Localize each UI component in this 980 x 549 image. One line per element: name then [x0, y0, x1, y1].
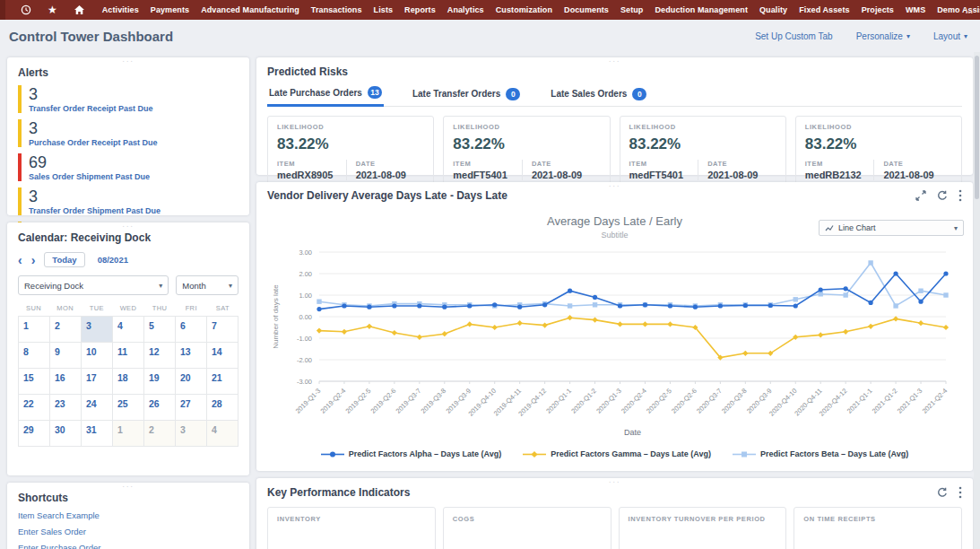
- calendar-day-4[interactable]: 4: [113, 317, 144, 343]
- alert-link[interactable]: Purchase Order Receipt Past Due: [29, 138, 238, 147]
- shortcut-item-search-example[interactable]: Item Search Example: [18, 510, 238, 520]
- set-up-custom-tab-link[interactable]: Set Up Custom Tab: [755, 31, 833, 41]
- nav-item-projects[interactable]: Projects: [862, 5, 894, 14]
- nav-item-transactions[interactable]: Transactions: [311, 5, 362, 14]
- calendar-day-24[interactable]: 24: [82, 395, 113, 421]
- risk-tabs: Late Purchase Orders 13 Late Transfer Or…: [267, 84, 962, 107]
- calendar-day-18[interactable]: 18: [113, 369, 144, 395]
- calendar-day-21[interactable]: 21: [207, 369, 238, 395]
- calendar-day-2-next-month[interactable]: 2: [144, 421, 176, 447]
- nav-item-fixed-assets[interactable]: Fixed Assets: [799, 5, 849, 14]
- nav-item-quality[interactable]: Quality: [759, 5, 787, 14]
- nav-item-activities[interactable]: Activities: [102, 5, 139, 14]
- calendar-day-26[interactable]: 26: [144, 395, 176, 421]
- drag-handle-icon[interactable]: ⋅⋅⋅: [122, 484, 134, 491]
- predicted-risk-card[interactable]: LIKELIHOOD 83.22% ITEMmedFT5401 DATE2021…: [443, 116, 610, 188]
- predicted-risk-card[interactable]: LIKELIHOOD 83.22% ITEMmedRX8905 DATE2021…: [267, 116, 434, 188]
- calendar-day-5[interactable]: 5: [144, 317, 176, 343]
- kebab-menu-icon[interactable]: [958, 189, 962, 202]
- calendar-day-13[interactable]: 13: [176, 343, 207, 369]
- nav-item-documents[interactable]: Documents: [564, 5, 609, 14]
- alert-link[interactable]: Sales Order Shipment Past Due: [29, 172, 238, 181]
- calendar-day-14[interactable]: 14: [207, 343, 238, 369]
- expand-icon[interactable]: [915, 190, 926, 201]
- alert-link[interactable]: Transfer Order Receipt Past Due: [29, 104, 238, 113]
- calendar-day-12[interactable]: 12: [144, 343, 176, 369]
- nav-more-menu[interactable]: ...: [957, 5, 973, 15]
- calendar-day-27[interactable]: 27: [176, 395, 207, 421]
- calendar-day-22[interactable]: 22: [19, 395, 50, 421]
- calendar-day-9[interactable]: 9: [50, 343, 82, 369]
- calendar-day-29[interactable]: 29: [19, 421, 50, 447]
- calendar-day-6[interactable]: 6: [176, 317, 207, 343]
- calendar-day-10[interactable]: 10: [82, 343, 113, 369]
- calendar-day-28[interactable]: 28: [207, 395, 238, 421]
- tab-late-transfer-orders[interactable]: Late Transfer Orders 0: [411, 84, 522, 107]
- calendar-day-31[interactable]: 31: [82, 421, 113, 447]
- tab-late-sales-orders[interactable]: Late Sales Orders 0: [549, 84, 648, 107]
- nav-item-lists[interactable]: Lists: [374, 5, 394, 14]
- calendar-day-19[interactable]: 19: [144, 369, 176, 395]
- kpi-cards: INVENTORYCOGSINVENTORY TURNOVER PER PERI…: [267, 507, 962, 549]
- predicted-risk-card[interactable]: LIKELIHOOD 83.22% ITEMmedFT5401 DATE2021…: [620, 116, 786, 188]
- personalize-menu[interactable]: Personalize▾: [856, 31, 910, 41]
- nav-item-customization[interactable]: Customization: [496, 5, 552, 14]
- drag-handle-icon[interactable]: ⋅⋅⋅: [122, 223, 134, 231]
- shortcut-enter-sales-order[interactable]: Enter Sales Order: [18, 527, 238, 536]
- calendar-day-3-next-month[interactable]: 3: [176, 421, 207, 447]
- nav-item-setup[interactable]: Setup: [620, 5, 644, 14]
- shortcuts-star-icon[interactable]: ★: [48, 4, 57, 15]
- shortcut-enter-purchase-order[interactable]: Enter Purchase Order: [18, 543, 238, 549]
- calendar-day-30[interactable]: 30: [50, 421, 82, 447]
- calendar-day-1-next-month[interactable]: 1: [113, 421, 144, 447]
- drag-handle-icon[interactable]: ⋅⋅⋅: [609, 479, 621, 486]
- calendar-day-20[interactable]: 20: [176, 369, 207, 395]
- refresh-icon[interactable]: [937, 487, 948, 498]
- nav-item-payments[interactable]: Payments: [151, 5, 189, 14]
- predicted-risk-card[interactable]: LIKELIHOOD 83.22% ITEMmedRB2132 DATE2021…: [795, 116, 962, 188]
- kpi-card-inventory[interactable]: INVENTORY: [267, 507, 436, 549]
- chevron-left-icon[interactable]: ‹: [18, 255, 22, 266]
- nav-item-wms[interactable]: WMS: [906, 5, 925, 14]
- calendar-day-4-next-month[interactable]: 4: [207, 421, 238, 447]
- layout-menu[interactable]: Layout▾: [933, 31, 967, 41]
- kpi-label: COGS: [453, 515, 602, 523]
- calendar-day-3[interactable]: 3: [82, 317, 113, 343]
- calendar-day-7[interactable]: 7: [207, 317, 238, 343]
- calendar-month-display[interactable]: 08/2021: [98, 255, 128, 265]
- day-number: 17: [82, 369, 97, 383]
- alert-link[interactable]: Transfer Order Shipment Past Due: [29, 206, 238, 215]
- calendar-day-17[interactable]: 17: [82, 369, 113, 395]
- kebab-menu-icon[interactable]: [958, 486, 962, 499]
- calendar-day-23[interactable]: 23: [50, 395, 82, 421]
- tab-late-purchase-orders[interactable]: Late Purchase Orders 13: [267, 84, 384, 107]
- calendar-day-11[interactable]: 11: [113, 343, 144, 369]
- nav-item-reports[interactable]: Reports: [404, 5, 436, 14]
- home-icon[interactable]: [74, 4, 85, 15]
- scrollbar-thumb[interactable]: [975, 56, 979, 199]
- predicted-risks-title: Predicted Risks: [267, 65, 962, 78]
- calendar-day-25[interactable]: 25: [113, 395, 144, 421]
- data-point: [617, 321, 622, 327]
- kpi-card-on-time-receipts[interactable]: ON TIME RECEIPTS: [794, 507, 962, 549]
- calendar-day-8[interactable]: 8: [19, 343, 50, 369]
- chevron-right-icon[interactable]: ›: [31, 255, 36, 266]
- calendar-select-dropdown[interactable]: Receiving Dock ▾: [18, 275, 169, 295]
- chart-type-dropdown[interactable]: Line Chart ▾: [819, 220, 964, 236]
- nav-item-deduction-management[interactable]: Deduction Management: [655, 5, 748, 14]
- drag-handle-icon[interactable]: ⋅⋅⋅: [122, 58, 134, 65]
- nav-item-advanced-manufacturing[interactable]: Advanced Manufacturing: [201, 5, 299, 14]
- view-select-dropdown[interactable]: Month ▾: [176, 275, 238, 295]
- calendar-day-16[interactable]: 16: [50, 369, 82, 395]
- refresh-icon[interactable]: [937, 190, 948, 201]
- recent-records-clock-icon[interactable]: [21, 4, 31, 15]
- drag-handle-icon[interactable]: ⋅⋅⋅: [609, 183, 621, 190]
- kpi-card-inventory-turnover-per-period[interactable]: INVENTORY TURNOVER PER PERIOD: [619, 507, 787, 549]
- kpi-card-cogs[interactable]: COGS: [443, 507, 611, 549]
- calendar-day-1[interactable]: 1: [19, 317, 50, 343]
- drag-handle-icon[interactable]: ⋅⋅⋅: [609, 58, 621, 65]
- calendar-day-15[interactable]: 15: [19, 369, 50, 395]
- today-button[interactable]: Today: [44, 252, 84, 267]
- calendar-day-2[interactable]: 2: [50, 317, 82, 343]
- nav-item-analytics[interactable]: Analytics: [447, 5, 484, 14]
